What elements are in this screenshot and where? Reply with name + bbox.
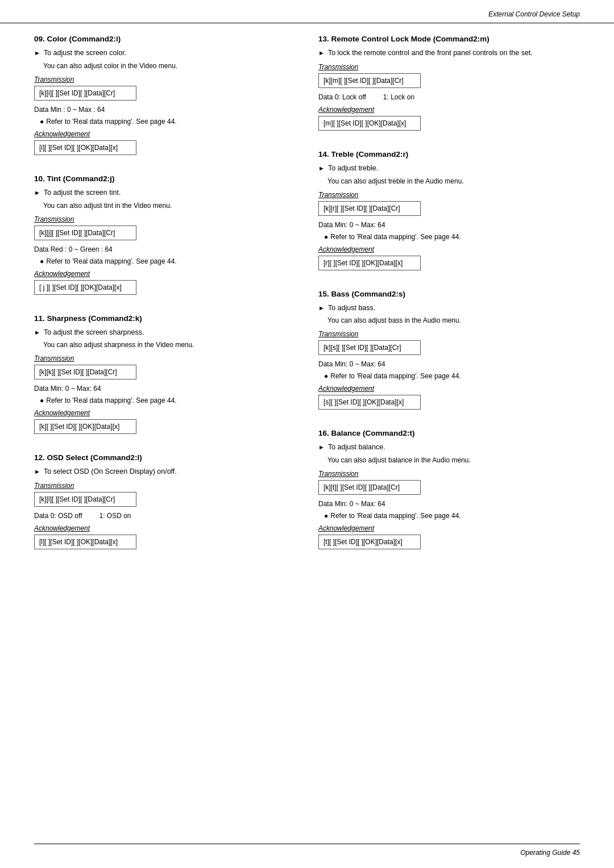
page-header: External Control Device Setup — [0, 0, 614, 23]
section-16-ack-label: Acknowledgement — [318, 523, 580, 533]
section-16: 16. Balance (Command2:t) ► To adjust bal… — [318, 429, 580, 552]
section-12-title: 12. OSD Select (Command2:l) — [34, 453, 296, 462]
section-11-desc2: You can also adjust sharpness in the Vid… — [43, 340, 296, 350]
arrow-icon: ► — [34, 188, 40, 198]
section-14: 14. Treble (Command2:r) ► To adjust treb… — [318, 150, 580, 273]
section-09-ack-label: Acknowledgement — [34, 129, 296, 139]
section-14-transmission-code: [k][r][ ][Set ID][ ][Data][Cr] — [318, 201, 421, 216]
section-14-data: Data Min: 0 ~ Max: 64 — [318, 220, 580, 230]
main-content: 09. Color (Command2:i) ► To adjust the s… — [0, 23, 614, 603]
section-11-title: 11. Sharpness (Command2:k) — [34, 314, 296, 323]
section-11-body: ► To adjust the screen sharpness. You ca… — [34, 327, 296, 437]
section-12-body: ► To select OSD (On Screen Display) on/o… — [34, 466, 296, 552]
section-14-bullet: ● Refer to 'Real data mapping'. See page… — [324, 232, 580, 242]
section-14-ack-label: Acknowledgement — [318, 244, 580, 254]
section-13-transmission-label: Transmission — [318, 62, 580, 72]
arrow-icon: ► — [34, 48, 40, 58]
section-13-transmission-code: [k][m][ ][Set ID][ ][Data][Cr] — [318, 73, 421, 88]
section-11-transmission-code: [k][k][ ][Set ID][ ][Data][Cr] — [34, 365, 136, 379]
section-16-ack-code: [t][ ][Set ID][ ][OK][Data][x] — [318, 535, 421, 549]
section-12-desc: ► To select OSD (On Screen Display) on/o… — [34, 466, 296, 477]
right-column: 13. Remote Control Lock Mode (Command2:m… — [318, 35, 580, 569]
section-09-ack-code: [i][ ][Set ID][ ][OK][Data][x] — [34, 140, 136, 155]
section-10-desc: ► To adjust the screen tint. — [34, 187, 296, 198]
section-15-desc2: You can also adjust bass in the Audio me… — [327, 315, 580, 326]
section-13-data: Data 0: Lock off 1: Lock on — [318, 92, 580, 102]
section-10-data: Data Red : 0 ~ Green : 64 — [34, 244, 296, 254]
section-15-bullet: ● Refer to 'Real data mapping'. See page… — [324, 371, 580, 381]
section-15-title: 15. Bass (Command2:s) — [318, 290, 580, 298]
section-11-bullet: ● Refer to 'Real data mapping'. See page… — [40, 395, 296, 406]
section-10: 10. Tint (Command2:j) ► To adjust the sc… — [34, 174, 296, 297]
arrow-icon: ► — [318, 164, 325, 173]
section-09-desc: ► To adjust the screen color. — [34, 48, 296, 59]
section-14-desc: ► To adjust treble. — [318, 163, 580, 174]
section-16-body: ► To adjust balance. You can also adjust… — [318, 442, 580, 552]
section-14-body: ► To adjust treble. You can also adjust … — [318, 163, 580, 273]
section-12-transmission-label: Transmission — [34, 481, 296, 491]
section-13-body: ► To lock the remote control and the fro… — [318, 48, 580, 133]
section-10-body: ► To adjust the screen tint. You can als… — [34, 187, 296, 297]
section-10-desc2: You can also adjust tint in the Video me… — [43, 201, 296, 211]
section-16-transmission-code: [k][t][ ][Set ID][ ][Data][Cr] — [318, 480, 421, 495]
section-13-ack-label: Acknowledgement — [318, 105, 580, 115]
section-11: 11. Sharpness (Command2:k) ► To adjust t… — [34, 314, 296, 437]
section-15: 15. Bass (Command2:s) ► To adjust bass. … — [318, 290, 580, 412]
section-09-desc2: You can also adjust color in the Video m… — [43, 61, 296, 71]
left-column: 09. Color (Command2:i) ► To adjust the s… — [34, 35, 296, 569]
section-11-ack-label: Acknowledgement — [34, 408, 296, 418]
section-16-data: Data Min: 0 ~ Max: 64 — [318, 499, 580, 509]
arrow-icon: ► — [34, 467, 40, 477]
section-16-bullet: ● Refer to 'Real data mapping'. See page… — [324, 511, 580, 521]
section-12-ack-code: [l][ ][Set ID][ ][OK][Data][x] — [34, 535, 136, 549]
section-14-title: 14. Treble (Command2:r) — [318, 150, 580, 158]
section-12-ack-label: Acknowledgement — [34, 523, 296, 533]
section-10-transmission-label: Transmission — [34, 214, 296, 224]
section-09-body: ► To adjust the screen color. You can al… — [34, 48, 296, 157]
section-10-bullet: ● Refer to 'Real data mapping'. See page… — [40, 256, 296, 266]
section-10-ack-label: Acknowledgement — [34, 269, 296, 279]
section-14-ack-code: [r][ ][Set ID][ ][OK][Data][x] — [318, 256, 421, 270]
section-14-desc2: You can also adjust treble in the Audio … — [327, 176, 580, 186]
section-11-ack-code: [k][ ][Set ID][ ][OK][Data][x] — [34, 419, 136, 434]
section-09-title: 09. Color (Command2:i) — [34, 35, 296, 43]
section-13-title: 13. Remote Control Lock Mode (Command2:m… — [318, 35, 580, 43]
section-15-ack-code: [s][ ][Set ID][ ][OK][Data][x] — [318, 395, 421, 410]
section-13-ack-code: [m][ ][Set ID][ ][OK][Data][x] — [318, 116, 421, 131]
section-15-desc: ► To adjust bass. — [318, 303, 580, 314]
section-11-desc: ► To adjust the screen sharpness. — [34, 327, 296, 338]
section-09-transmission-label: Transmission — [34, 74, 296, 85]
page-footer: Operating Guide 45 — [34, 844, 580, 857]
section-15-ack-label: Acknowledgement — [318, 383, 580, 394]
section-16-desc: ► To adjust balance. — [318, 442, 580, 453]
section-16-desc2: You can also adjust balance in the Audio… — [327, 455, 580, 465]
section-11-data: Data Min: 0 ~ Max: 64 — [34, 383, 296, 394]
section-09-data: Data Min : 0 ~ Max : 64 — [34, 105, 296, 115]
section-10-ack-code: [ j ][ ][Set ID][ ][OK][Data][x] — [34, 280, 136, 295]
section-14-transmission-label: Transmission — [318, 190, 580, 200]
section-11-transmission-label: Transmission — [34, 353, 296, 364]
section-10-transmission-code: [k][j][ ][Set ID][ ][Data][Cr] — [34, 226, 136, 240]
section-09-bullet: ● Refer to 'Real data mapping'. See page… — [40, 116, 296, 127]
arrow-icon: ► — [318, 303, 325, 313]
section-15-data: Data Min: 0 ~ Max: 64 — [318, 359, 580, 369]
section-16-transmission-label: Transmission — [318, 469, 580, 479]
section-15-transmission-label: Transmission — [318, 329, 580, 339]
section-15-body: ► To adjust bass. You can also adjust ba… — [318, 303, 580, 412]
section-10-title: 10. Tint (Command2:j) — [34, 174, 296, 183]
arrow-icon: ► — [318, 443, 325, 452]
arrow-icon: ► — [34, 328, 40, 337]
section-12-data: Data 0: OSD off 1: OSD on — [34, 511, 296, 521]
section-13: 13. Remote Control Lock Mode (Command2:m… — [318, 35, 580, 133]
section-13-desc: ► To lock the remote control and the fro… — [318, 48, 580, 59]
section-09-transmission-code: [k][i][ ][Set ID][ ][Data][Cr] — [34, 86, 136, 101]
section-12: 12. OSD Select (Command2:l) ► To select … — [34, 453, 296, 552]
section-09: 09. Color (Command2:i) ► To adjust the s… — [34, 35, 296, 157]
arrow-icon: ► — [318, 48, 325, 58]
section-15-transmission-code: [k][s][ ][Set ID][ ][Data][Cr] — [318, 340, 421, 355]
section-12-transmission-code: [k][l][ ][Set ID][ ][Data][Cr] — [34, 492, 136, 507]
section-16-title: 16. Balance (Command2:t) — [318, 429, 580, 437]
